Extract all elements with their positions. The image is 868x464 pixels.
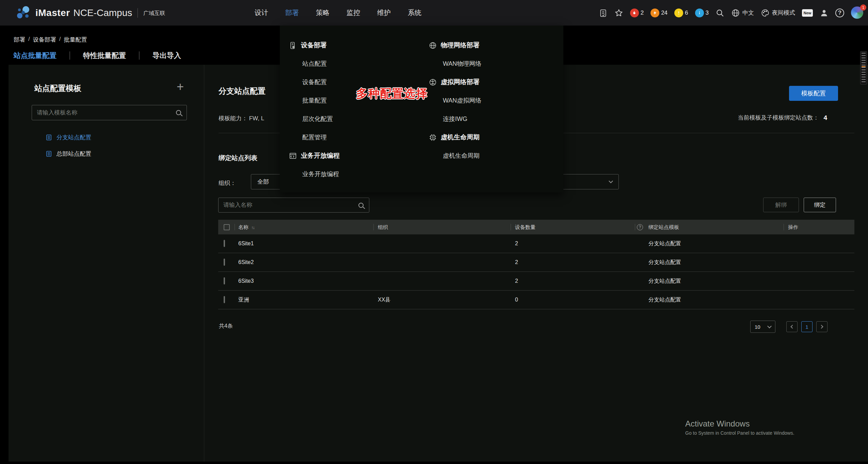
menu-section-physical-network[interactable]: 物理网络部署 [429, 36, 481, 55]
tab-export-import[interactable]: 导出导入 [152, 51, 181, 60]
navbar-right-tools: 2 24 6 3 [599, 0, 864, 26]
task-list-icon[interactable] [599, 9, 608, 17]
column-action: 操作 [788, 224, 798, 230]
menu-item-hierarchical-config[interactable]: 层次化配置 [289, 115, 333, 123]
info-alarm-badge[interactable]: 3 [695, 9, 709, 17]
menu-item-wan-physical-network[interactable]: WAN物理网络 [429, 60, 481, 68]
major-alarm-icon [650, 9, 659, 17]
template-doc-icon [45, 134, 52, 141]
menu-section-device-deploy[interactable]: 设备部署 [289, 36, 340, 55]
user-icon[interactable] [820, 9, 829, 17]
site-name: 6Site1 [238, 241, 254, 247]
site-device-count: 2 [515, 259, 518, 265]
page-size-select[interactable]: 10 [750, 321, 775, 333]
column-template-help[interactable]: ? [637, 224, 643, 230]
site-device-count: 2 [515, 241, 518, 247]
current-page-button[interactable]: 1 [801, 321, 813, 332]
menu-item-vm-lifecycle[interactable]: 虚机生命周期 [429, 152, 480, 160]
menu-section-virtual-network[interactable]: 虚拟网络部署 [429, 73, 481, 91]
column-device-count: 设备数量 [515, 224, 535, 230]
sidebar-item-branch-site-config[interactable]: 分支站点配置 [45, 131, 91, 143]
critical-alarm-badge[interactable]: 2 [630, 9, 644, 17]
org-label: 组织： [219, 179, 236, 187]
menu-item-service-openness[interactable]: 业务开放编程 [289, 170, 339, 178]
chevron-down-icon [609, 179, 613, 183]
site-search-input[interactable] [219, 198, 358, 212]
critical-alarm-icon [630, 9, 639, 17]
row-checkbox[interactable] [224, 240, 225, 247]
menu-maintain[interactable]: 维护 [377, 8, 391, 17]
screen: iMaster NCE-Campus 广域互联 设计 部署 策略 监控 维护 系… [0, 0, 868, 464]
user-avatar[interactable]: 1 [851, 6, 864, 19]
major-alarm-count: 24 [661, 10, 668, 16]
next-page-button[interactable] [816, 321, 827, 332]
globe-network-icon [429, 41, 437, 50]
brand: iMaster NCE-Campus 广域互联 [16, 0, 165, 26]
select-all-checkbox[interactable] [224, 224, 230, 230]
menu-item-config-management[interactable]: 配置管理 [289, 133, 327, 141]
breadcrumb-deploy[interactable]: 部署 [14, 36, 25, 44]
site-org: XX县 [378, 296, 390, 304]
menu-monitor[interactable]: 监控 [347, 8, 360, 17]
column-org: 组织 [378, 224, 388, 230]
menu-section-vm-lifecycle[interactable]: 虚机生命周期 [429, 128, 481, 146]
unbind-button[interactable]: 解绑 [763, 198, 799, 212]
menu-item-device-config[interactable]: 设备配置 [289, 78, 327, 86]
row-checkbox[interactable] [224, 296, 225, 303]
template-capability: 模板能力： FW, L [219, 114, 264, 122]
sidebar-item-hq-site-config[interactable]: 总部站点配置 [45, 148, 91, 160]
watermark-subtitle: Go to System in Control Panel to activat… [685, 430, 794, 436]
site-device-count: 0 [515, 297, 518, 303]
favorites-star-icon[interactable] [614, 9, 623, 17]
tab-feature-batch-config[interactable]: 特性批量配置 [83, 51, 126, 60]
code-window-icon [289, 152, 297, 160]
theme-palette-icon [761, 9, 770, 17]
whats-new-icon[interactable]: New [802, 9, 813, 17]
menu-design[interactable]: 设计 [255, 8, 268, 17]
page-size-value: 10 [755, 324, 760, 330]
menu-system[interactable]: 系统 [408, 8, 421, 17]
sort-icon[interactable]: ↑↓ [251, 225, 254, 230]
tab-site-batch-config[interactable]: 站点批量配置 [14, 51, 57, 60]
major-alarm-badge[interactable]: 24 [650, 9, 668, 17]
template-search-input[interactable] [32, 105, 176, 120]
page-tabs: 站点批量配置 特性批量配置 导出导入 [14, 51, 181, 60]
annotation-text: 多种配置选择 [356, 86, 428, 102]
minor-alarm-icon [674, 9, 683, 17]
minor-alarm-badge[interactable]: 6 [674, 9, 688, 17]
bind-button[interactable]: 绑定 [804, 198, 836, 212]
critical-alarm-count: 2 [641, 10, 644, 16]
menu-deploy[interactable]: 部署 [285, 8, 299, 17]
breadcrumb-device-deploy[interactable]: 设备部署 [33, 36, 56, 44]
menu-section-title: 物理网络部署 [441, 41, 480, 50]
menu-policy[interactable]: 策略 [316, 8, 329, 17]
language-switcher[interactable]: 中文 [731, 9, 754, 17]
scrollbar[interactable] [860, 51, 867, 84]
add-template-button[interactable]: + [177, 80, 184, 94]
menu-item-connect-iwg[interactable]: 连接IWG [429, 115, 467, 123]
menu-item-wan-virtual-network[interactable]: WAN虚拟网络 [429, 96, 481, 105]
row-checkbox[interactable] [224, 277, 225, 284]
capability-label: 模板能力： [219, 115, 247, 122]
search-icon[interactable] [176, 110, 181, 115]
template-search-box [32, 105, 187, 120]
menu-item-batch-config[interactable]: 批量配置 [289, 96, 327, 105]
imaster-logo-icon [16, 5, 31, 21]
menu-section-service-openness[interactable]: 业务开放编程 [289, 146, 340, 165]
column-template: 绑定站点模板 [648, 224, 679, 230]
search-icon[interactable] [358, 203, 364, 208]
brand-divider [138, 8, 138, 18]
template-config-button[interactable]: 模板配置 [789, 86, 838, 101]
breadcrumb-separator: / [59, 36, 61, 44]
deploy-menu-left-column: 设备部署 站点配置 设备配置 批量配置 层次化配置 配置管理 业务开放编程 业务… [289, 36, 340, 183]
menu-item-site-config[interactable]: 站点配置 [289, 60, 327, 68]
watermark-title: Activate Windows [685, 419, 794, 429]
prev-page-button[interactable] [786, 321, 798, 332]
help-icon[interactable]: ? [835, 9, 844, 17]
search-icon[interactable] [716, 9, 724, 17]
chevron-right-icon [819, 325, 823, 328]
breadcrumb: 部署 / 设备部署 / 批量配置 [14, 36, 87, 44]
theme-toggle[interactable]: 夜间模式 [761, 9, 795, 17]
device-icon [289, 41, 297, 50]
row-checkbox[interactable] [224, 259, 225, 266]
